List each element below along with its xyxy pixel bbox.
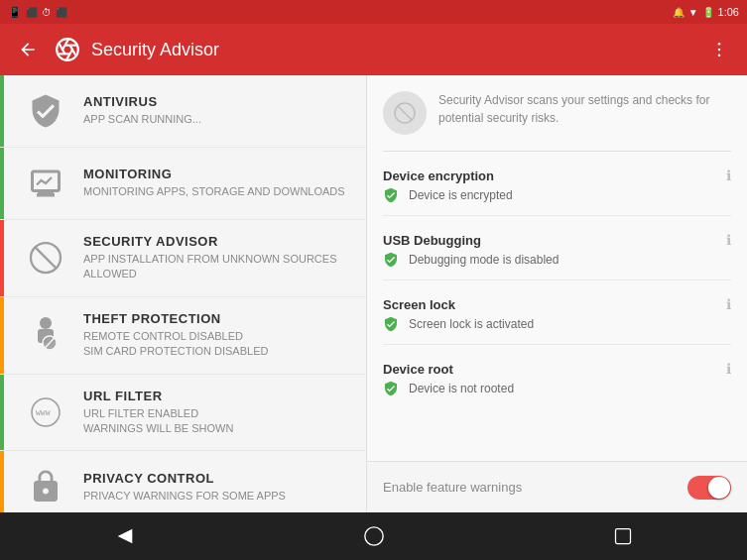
security-item-usb-header: USB Debugging ℹ: [383, 232, 731, 248]
theft-protection-text: THEFT PROTECTION REMOTE CONTROL DISABLED…: [83, 311, 350, 360]
indicator-url-filter: [0, 375, 4, 451]
url-filter-icon: www: [24, 391, 67, 434]
url-filter-subtitle: URL FILTER ENABLEDWARNINGS WILL BE SHOWN: [83, 406, 350, 437]
svg-point-9: [718, 55, 721, 57]
screen-lock-title: Screen lock: [383, 297, 455, 312]
security-advisor-subtitle: APP INSTALLATION FROM UNKNOWN SOURCES AL…: [83, 252, 350, 282]
status-bar-left: 📱 ⬛ ⏱ ⬛: [8, 6, 67, 19]
menu-item-privacy-control[interactable]: PRIVACY CONTROL PRIVACY WARNINGS FOR SOM…: [0, 451, 366, 512]
back-button[interactable]: [12, 34, 44, 65]
advisor-header-icon: [383, 91, 427, 135]
monitoring-text: MONITORING MONITORING APPS, STORAGE AND …: [83, 167, 350, 199]
usb-check-icon: [383, 252, 399, 268]
feature-warnings-bar: Enable feature warnings: [367, 461, 747, 512]
status-bar: 📱 ⬛ ⏱ ⬛ 🔔 ▼ 🔋 1:06: [0, 0, 747, 24]
nav-home-button[interactable]: [344, 512, 404, 560]
more-options-button[interactable]: [703, 34, 735, 65]
clock-icon: ⏱: [42, 7, 52, 18]
encryption-status: Device is encrypted: [383, 187, 731, 203]
security-advisor-title: SECURITY ADVISOR: [83, 234, 350, 249]
toolbar-title: Security Advisor: [91, 40, 703, 60]
antivirus-subtitle: APP SCAN RUNNING...: [83, 112, 350, 127]
theft-protection-title: THEFT PROTECTION: [83, 311, 350, 326]
indicator-security-advisor: [0, 220, 4, 296]
nav-back-button[interactable]: [95, 512, 155, 560]
device-root-title: Device root: [383, 362, 453, 377]
battery-icon: 🔋: [702, 7, 714, 18]
encryption-check-icon: [383, 187, 399, 203]
security-item-device-encryption: Device encryption ℹ Device is encrypted: [383, 168, 731, 216]
url-filter-text: URL FILTER URL FILTER ENABLEDWARNINGS WI…: [83, 389, 350, 437]
svg-marker-21: [117, 529, 132, 544]
security-item-encryption-header: Device encryption ℹ: [383, 168, 731, 183]
usb-status: Debugging mode is disabled: [383, 252, 731, 268]
security-item-usb-debugging: USB Debugging ℹ Debugging mode is disabl…: [383, 232, 731, 280]
privacy-control-icon: [24, 465, 67, 508]
encryption-title: Device encryption: [383, 168, 494, 183]
privacy-control-title: PRIVACY CONTROL: [83, 471, 350, 486]
device-root-check-icon: [383, 381, 399, 396]
nav-recents-button[interactable]: [593, 512, 653, 560]
svg-point-22: [364, 527, 382, 545]
advisor-header: Security Advisor scans your settings and…: [383, 91, 731, 152]
monitoring-subtitle: MONITORING APPS, STORAGE AND DOWNLOADS: [83, 184, 350, 199]
svg-rect-23: [615, 529, 630, 544]
bottom-nav: [0, 512, 747, 560]
security-advisor-text: SECURITY ADVISOR APP INSTALLATION FROM U…: [83, 234, 350, 282]
device-root-status: Device is not rooted: [383, 381, 731, 396]
url-filter-title: URL FILTER: [83, 389, 350, 403]
security-item-screen-header: Screen lock ℹ: [383, 296, 731, 312]
feature-warnings-toggle[interactable]: [687, 476, 731, 500]
camera-icon: ⬛: [26, 7, 38, 18]
status-bar-right: 🔔 ▼ 🔋 1:06: [673, 6, 739, 18]
left-panel: ANTIVIRUS APP SCAN RUNNING... MONITORING…: [0, 75, 367, 512]
menu-item-url-filter[interactable]: www URL FILTER URL FILTER ENABLEDWARNING…: [0, 375, 366, 452]
svg-line-20: [398, 106, 412, 120]
screen-lock-desc: Screen lock is activated: [409, 317, 534, 331]
security-item-root-header: Device root ℹ: [383, 361, 731, 377]
feature-warnings-label: Enable feature warnings: [383, 480, 522, 495]
menu-item-monitoring[interactable]: MONITORING MONITORING APPS, STORAGE AND …: [0, 148, 366, 220]
menu-item-antivirus[interactable]: ANTIVIRUS APP SCAN RUNNING...: [0, 75, 366, 148]
menu-item-security-advisor[interactable]: SECURITY ADVISOR APP INSTALLATION FROM U…: [0, 220, 366, 297]
antivirus-title: ANTIVIRUS: [83, 94, 350, 109]
toolbar: Security Advisor: [0, 24, 747, 75]
svg-point-8: [718, 49, 721, 52]
volume-icon: 🔔: [673, 7, 685, 18]
wifi-icon: ▼: [688, 7, 698, 18]
indicator-privacy-control: [0, 451, 4, 512]
toggle-thumb: [708, 477, 730, 499]
encryption-info-icon[interactable]: ℹ: [726, 168, 731, 183]
usb-info-icon[interactable]: ℹ: [726, 232, 731, 248]
main-content: ANTIVIRUS APP SCAN RUNNING... MONITORING…: [0, 75, 747, 512]
security-item-screen-lock: Screen lock ℹ Screen lock is activated: [383, 296, 731, 345]
security-advisor-icon: [24, 236, 67, 280]
monitoring-icon: [24, 162, 67, 205]
apps-icon: ⬛: [56, 7, 67, 18]
screen-lock-info-icon[interactable]: ℹ: [726, 296, 731, 312]
time-display: 1:06: [718, 6, 739, 18]
indicator-antivirus: [0, 75, 4, 147]
monitoring-title: MONITORING: [83, 167, 350, 181]
indicator-theft-protection: [0, 297, 4, 374]
menu-item-theft-protection[interactable]: THEFT PROTECTION REMOTE CONTROL DISABLED…: [0, 297, 366, 375]
antivirus-icon: [24, 89, 67, 133]
antivirus-text: ANTIVIRUS APP SCAN RUNNING...: [83, 94, 350, 127]
theft-protection-subtitle: REMOTE CONTROL DISABLEDSIM CARD PROTECTI…: [83, 329, 350, 360]
svg-point-12: [40, 317, 52, 329]
indicator-monitoring: [0, 148, 4, 219]
screen-lock-status: Screen lock is activated: [383, 316, 731, 332]
usb-desc: Debugging mode is disabled: [409, 253, 559, 267]
phone-icon: 📱: [8, 6, 22, 19]
device-root-desc: Device is not rooted: [409, 382, 514, 395]
device-root-info-icon[interactable]: ℹ: [726, 361, 731, 377]
security-item-device-root: Device root ℹ Device is not rooted: [383, 361, 731, 408]
privacy-control-subtitle: PRIVACY WARNINGS FOR SOME APPS: [83, 489, 350, 504]
encryption-desc: Device is encrypted: [409, 188, 513, 202]
usb-title: USB Debugging: [383, 233, 481, 248]
privacy-control-text: PRIVACY CONTROL PRIVACY WARNINGS FOR SOM…: [83, 471, 350, 504]
svg-line-11: [35, 248, 56, 269]
advisor-icon: [52, 34, 83, 65]
svg-point-7: [718, 43, 721, 46]
theft-protection-icon: [24, 313, 67, 357]
